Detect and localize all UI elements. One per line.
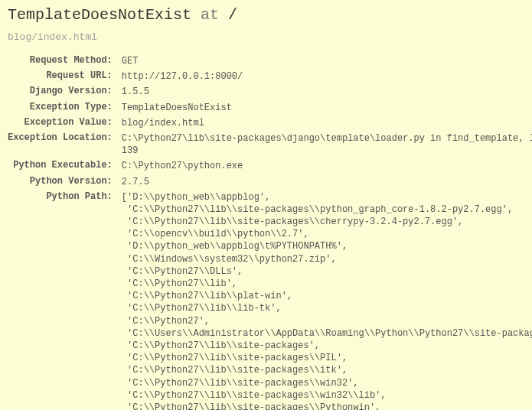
row-exception-type: Exception Type: TemplateDoesNotExist [8, 100, 532, 116]
value-python-path: ['D:\\python_web\\appblog', 'C:\\Python2… [117, 190, 532, 410]
label-python-version: Python Version: [8, 174, 117, 190]
django-error-page: TemplateDoesNotExist at / blog/index.htm… [0, 0, 532, 410]
python-path-list: ['D:\\python_web\\appblog', 'C:\\Python2… [122, 191, 532, 410]
value-request-method: GET [117, 54, 532, 69]
row-python-executable: Python Executable: C:\Python27\python.ex… [8, 158, 532, 174]
label-request-url: Request URL: [8, 69, 117, 84]
value-exception-location: C:\Python27\lib\site-packages\django\tem… [117, 131, 532, 158]
label-exception-type: Exception Type: [8, 100, 117, 116]
heading-at: at [201, 6, 219, 24]
row-exception-location: Exception Location: C:\Python27\lib\site… [8, 131, 532, 158]
value-python-executable: C:\Python27\python.exe [117, 158, 532, 174]
value-python-version: 2.7.5 [117, 174, 532, 190]
template-name: blog/index.html [8, 31, 524, 43]
request-path: / [228, 6, 237, 24]
label-request-method: Request Method: [8, 54, 117, 69]
error-heading: TemplateDoesNotExist at / [8, 6, 524, 24]
label-exception-location: Exception Location: [8, 131, 117, 158]
value-django-version: 1.5.5 [117, 84, 532, 99]
request-info-table: Request Method: GET Request URL: http://… [8, 54, 532, 410]
value-request-url: http://127.0.0.1:8000/ [117, 69, 532, 84]
exception-name: TemplateDoesNotExist [8, 6, 191, 24]
label-exception-value: Exception Value: [8, 116, 117, 131]
row-request-url: Request URL: http://127.0.0.1:8000/ [8, 69, 532, 84]
label-django-version: Django Version: [8, 84, 117, 99]
row-python-path: Python Path: ['D:\\python_web\\appblog',… [8, 190, 532, 410]
label-python-path: Python Path: [8, 190, 117, 410]
value-exception-value: blog/index.html [117, 116, 532, 131]
label-python-executable: Python Executable: [8, 158, 117, 174]
row-python-version: Python Version: 2.7.5 [8, 174, 532, 190]
value-exception-type: TemplateDoesNotExist [117, 100, 532, 116]
row-django-version: Django Version: 1.5.5 [8, 84, 532, 99]
row-request-method: Request Method: GET [8, 54, 532, 69]
row-exception-value: Exception Value: blog/index.html [8, 116, 532, 131]
